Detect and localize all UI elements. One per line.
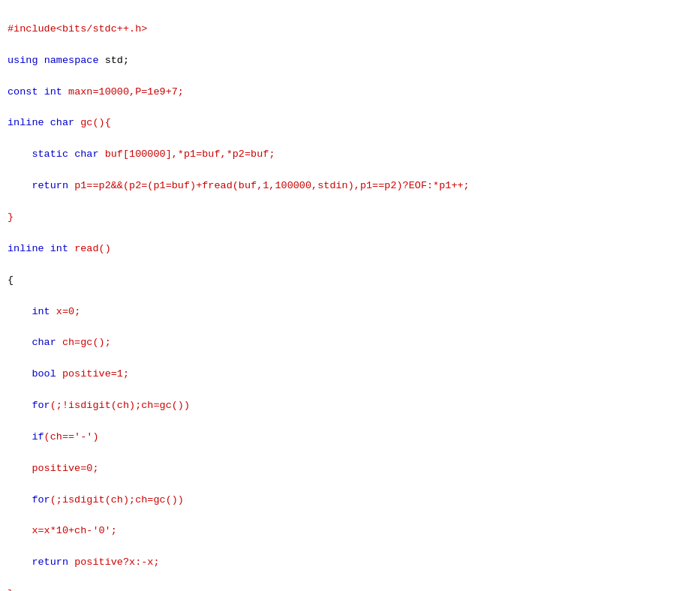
line-9: { (8, 273, 692, 289)
line-16: for(;isdigit(ch);ch=gc()) (8, 493, 692, 508)
line-15: positive=0; (8, 461, 692, 477)
line-3: const int maxn=10000,P=1e9+7; (8, 85, 692, 100)
line-12: bool positive=1; (8, 367, 692, 382)
line-18: return positive?x:-x; (8, 555, 692, 571)
line-4: inline char gc(){ (8, 116, 692, 131)
line-6: return p1==p2&&(p2=(p1=buf)+fread(buf,1,… (8, 178, 692, 194)
line-17: x=x*10+ch-'0'; (8, 524, 692, 539)
line-1: #include<bits/stdc++.h> (8, 22, 692, 38)
line-5: static char buf[100000],*p1=buf,*p2=buf; (8, 147, 692, 163)
line-8: inline int read() (8, 242, 692, 257)
line-13: for(;!isdigit(ch);ch=gc()) (8, 398, 692, 414)
line-14: if(ch=='-') (8, 430, 692, 446)
code-viewer: #include<bits/stdc++.h> using namespace … (0, 0, 700, 591)
line-7: } (8, 210, 692, 226)
line-2: using namespace std; (8, 53, 692, 69)
line-11: char ch=gc(); (8, 335, 692, 351)
line-19: } (8, 586, 692, 591)
line-10: int x=0; (8, 304, 692, 320)
